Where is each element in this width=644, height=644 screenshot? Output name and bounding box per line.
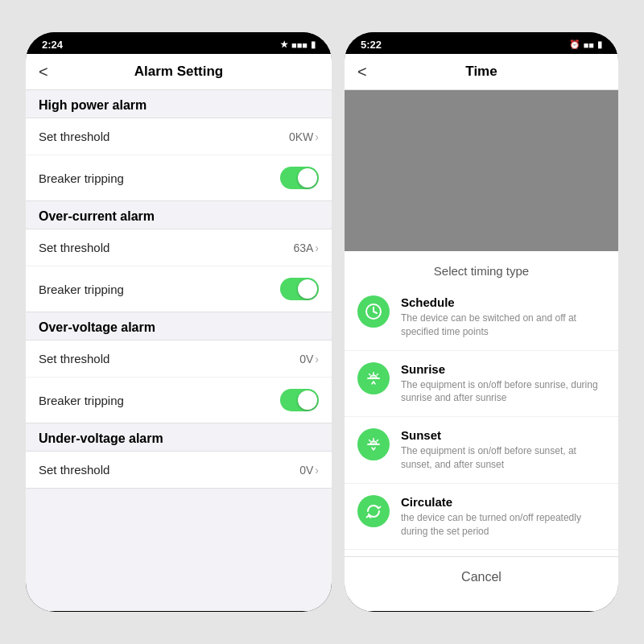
svg-line-5 xyxy=(377,374,378,375)
time-page-title: Time xyxy=(465,64,497,80)
under-voltage-threshold-chevron: › xyxy=(315,464,319,477)
section-header-over-current: Over-current alarm xyxy=(26,201,332,229)
cancel-row: Cancel xyxy=(345,556,618,597)
over-voltage-toggle-knob xyxy=(298,390,317,410)
sunset-icon xyxy=(357,428,390,460)
schedule-desc: The device can be switched on and off at… xyxy=(401,312,605,339)
over-current-toggle-knob xyxy=(298,279,317,299)
right-status-icons: ⏰ ■■ ▮ xyxy=(569,39,602,50)
high-power-breaker-row: Breaker tripping xyxy=(26,155,332,200)
section-body-over-voltage: Set threshold 0V › Breaker tripping xyxy=(26,340,332,423)
high-power-threshold-row[interactable]: Set threshold 0KW › xyxy=(26,118,332,155)
schedule-option[interactable]: Schedule The device can be switched on a… xyxy=(345,284,618,351)
circulate-title: Circulate xyxy=(401,495,605,509)
left-back-button[interactable]: < xyxy=(39,63,48,81)
section-body-over-current: Set threshold 63A › Breaker tripping xyxy=(26,229,332,312)
section-body-under-voltage: Set threshold 0V › xyxy=(26,451,332,489)
schedule-icon xyxy=(357,295,390,328)
svg-line-8 xyxy=(377,440,378,442)
schedule-title: Schedule xyxy=(401,295,605,309)
section-header-over-voltage: Over-voltage alarm xyxy=(26,312,332,340)
svg-line-4 xyxy=(369,374,371,375)
circulate-desc: the device can be turned on/off repeated… xyxy=(401,511,605,539)
over-voltage-threshold-chevron: › xyxy=(315,353,319,365)
sunset-option[interactable]: Sunset The equipment is on/off before su… xyxy=(345,417,618,484)
under-voltage-threshold-row[interactable]: Set threshold 0V › xyxy=(26,452,332,488)
over-current-breaker-row: Breaker tripping xyxy=(26,266,332,312)
sunset-desc: The equipment is on/off before sunset, a… xyxy=(401,444,605,472)
cancel-button[interactable]: Cancel xyxy=(461,570,502,584)
left-nav-bar: < Alarm Setting xyxy=(26,54,332,90)
left-status-icons: ★ ■■■ ▮ xyxy=(280,39,316,50)
over-current-threshold-row[interactable]: Set threshold 63A › xyxy=(26,229,332,266)
circulate-text: Circulate the device can be turned on/of… xyxy=(401,495,605,539)
time-picker-area xyxy=(345,90,618,251)
over-current-breaker-label: Breaker tripping xyxy=(39,283,124,296)
left-time: 2:24 xyxy=(42,39,63,51)
sunrise-icon xyxy=(357,362,390,394)
time-back-button[interactable]: < xyxy=(357,63,367,81)
circulate-option[interactable]: Circulate the device can be turned on/of… xyxy=(345,484,618,551)
high-power-threshold-value: 0KW › xyxy=(289,130,319,143)
over-voltage-threshold-label: Set threshold xyxy=(39,352,109,365)
under-voltage-threshold-label: Set threshold xyxy=(39,463,109,477)
schedule-text: Schedule The device can be switched on a… xyxy=(401,295,605,339)
over-voltage-breaker-label: Breaker tripping xyxy=(39,394,124,407)
over-current-breaker-toggle[interactable] xyxy=(280,278,319,300)
right-time: 5:22 xyxy=(361,39,382,51)
over-voltage-breaker-toggle[interactable] xyxy=(280,389,319,411)
section-header-high-power: High power alarm xyxy=(26,90,332,118)
left-status-bar: 2:24 ★ ■■■ ▮ xyxy=(26,32,332,54)
left-screen: < Alarm Setting High power alarm Set thr… xyxy=(26,54,332,611)
circulate-icon xyxy=(357,495,390,527)
section-header-under-voltage: Under-voltage alarm xyxy=(26,423,332,451)
sunrise-desc: The equipment is on/off before sunrise, … xyxy=(401,378,605,406)
left-phone: 2:24 ★ ■■■ ▮ < Alarm Setting High power … xyxy=(26,32,332,612)
under-voltage-threshold-value: 0V › xyxy=(299,464,319,477)
over-current-threshold-label: Set threshold xyxy=(39,241,109,254)
over-current-threshold-value: 63A › xyxy=(293,242,319,254)
sunset-text: Sunset The equipment is on/off before su… xyxy=(401,428,605,472)
sunset-title: Sunset xyxy=(401,428,605,442)
high-power-toggle-knob xyxy=(298,168,317,188)
section-body-high-power: Set threshold 0KW › Breaker tripping xyxy=(26,118,332,201)
select-timing-label: Select timing type xyxy=(345,251,618,284)
sunrise-title: Sunrise xyxy=(401,362,605,376)
left-page-title: Alarm Setting xyxy=(134,64,224,80)
sunrise-text: Sunrise The equipment is on/off before s… xyxy=(401,362,605,406)
high-power-breaker-label: Breaker tripping xyxy=(39,171,124,185)
time-nav-bar: < Time xyxy=(345,54,618,90)
over-voltage-threshold-value: 0V › xyxy=(299,353,319,365)
right-phone: 5:22 ⏰ ■■ ▮ < Time Select timing type xyxy=(345,32,618,612)
high-power-threshold-label: Set threshold xyxy=(39,130,109,143)
svg-line-2 xyxy=(374,312,377,313)
high-power-breaker-toggle[interactable] xyxy=(280,167,319,189)
sunrise-option[interactable]: Sunrise The equipment is on/off before s… xyxy=(345,351,618,418)
over-voltage-threshold-row[interactable]: Set threshold 0V › xyxy=(26,341,332,378)
over-current-threshold-chevron: › xyxy=(315,242,319,254)
svg-line-7 xyxy=(369,440,371,442)
main-container: 2:24 ★ ■■■ ▮ < Alarm Setting High power … xyxy=(26,32,618,612)
right-status-bar: 5:22 ⏰ ■■ ▮ xyxy=(345,32,618,54)
right-screen: < Time Select timing type Schedule xyxy=(345,54,618,611)
over-voltage-breaker-row: Breaker tripping xyxy=(26,378,332,423)
high-power-threshold-chevron: › xyxy=(315,130,319,143)
